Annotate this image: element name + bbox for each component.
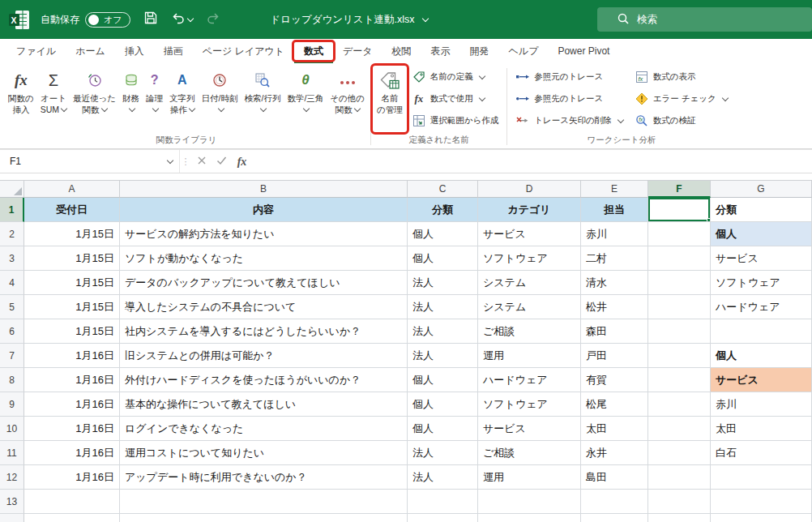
cell-B8[interactable]: 外付けハードディスクを使ったほうがいいのか？ — [120, 368, 408, 392]
cell-E3[interactable]: 二村 — [581, 246, 648, 271]
tab-help[interactable]: ヘルプ — [499, 39, 549, 63]
cell-B13[interactable] — [120, 490, 408, 514]
cell-E2[interactable]: 赤川 — [581, 222, 648, 246]
cell-A1[interactable]: 受付日 — [24, 198, 120, 222]
cell-C14[interactable] — [408, 514, 478, 522]
undo-button[interactable] — [171, 11, 193, 28]
tab-view[interactable]: 表示 — [421, 39, 460, 63]
column-header-C[interactable]: C — [408, 180, 478, 198]
cell-F10[interactable] — [648, 417, 711, 441]
column-header-D[interactable]: D — [478, 180, 581, 198]
cell-B11[interactable]: 運用コストについて知りたい — [120, 441, 408, 465]
trace-dependents-button[interactable]: 参照先のトレース — [510, 88, 628, 110]
column-header-B[interactable]: B — [120, 180, 408, 198]
cell-A2[interactable]: 1月15日 — [24, 222, 120, 246]
cell-A7[interactable]: 1月16日 — [24, 344, 120, 368]
cell-C2[interactable]: 個人 — [408, 222, 478, 246]
row-header-1[interactable]: 1 — [0, 198, 24, 222]
search-box[interactable]: 検索 — [597, 7, 812, 32]
trace-precedents-button[interactable]: 参照元のトレース — [510, 66, 628, 88]
insert-function-button[interactable]: fx関数の挿入 — [5, 65, 37, 133]
tab-page-layout[interactable]: ページ レイアウト — [193, 39, 294, 63]
cell-D11[interactable]: ご相談 — [478, 441, 581, 465]
cell-C6[interactable]: 法人 — [408, 319, 478, 344]
cell-G13[interactable] — [711, 490, 812, 514]
cell-D2[interactable]: サービス — [478, 222, 581, 246]
row-header-7[interactable]: 7 — [0, 344, 24, 368]
create-from-selection-button[interactable]: 選択範囲から作成 — [406, 110, 505, 132]
evaluate-formula-button[interactable]: fx数式の検証 — [629, 110, 733, 132]
cell-F2[interactable] — [648, 222, 711, 246]
cell-C8[interactable]: 個人 — [408, 368, 478, 392]
column-header-A[interactable]: A — [24, 180, 120, 198]
cell-E1[interactable]: 担当 — [581, 198, 648, 222]
tab-power-pivot[interactable]: Power Pivot — [548, 39, 619, 63]
cell-B12[interactable]: アップデート時に利用できないのか？ — [120, 465, 408, 490]
cell-F9[interactable] — [648, 392, 711, 417]
tab-data[interactable]: データ — [333, 39, 382, 63]
select-all-corner[interactable] — [0, 180, 24, 198]
cell-C9[interactable]: 個人 — [408, 392, 478, 417]
cell-A12[interactable]: 1月16日 — [24, 465, 120, 490]
row-header-14[interactable]: 14 — [0, 514, 24, 522]
name-box[interactable]: F1 — [0, 150, 180, 173]
row-header-2[interactable]: 2 — [0, 222, 24, 246]
cell-A3[interactable]: 1月15日 — [24, 246, 120, 271]
column-header-G[interactable]: G — [711, 180, 812, 198]
recent-functions-button[interactable]: 最近使った関数 — [70, 65, 119, 133]
cell-E13[interactable] — [581, 490, 648, 514]
cell-C1[interactable]: 分類 — [408, 198, 478, 222]
cell-F8[interactable] — [648, 368, 711, 392]
cell-D5[interactable]: システム — [478, 295, 581, 319]
lookup-reference-button[interactable]: 検索/行列 — [241, 65, 284, 133]
row-header-10[interactable]: 10 — [0, 417, 24, 441]
cell-D3[interactable]: ソフトウェア — [478, 246, 581, 271]
cell-G1[interactable]: 分類 — [711, 198, 812, 222]
text-functions-button[interactable]: A文字列操作 — [166, 65, 199, 133]
cell-A4[interactable]: 1月15日 — [24, 271, 120, 295]
cell-C11[interactable]: 法人 — [408, 441, 478, 465]
cell-B5[interactable]: 導入したシステムの不具合について — [120, 295, 408, 319]
cell-C3[interactable]: 個人 — [408, 246, 478, 271]
cell-F12[interactable] — [648, 465, 711, 490]
cell-F1[interactable] — [648, 198, 711, 222]
cell-F11[interactable] — [648, 441, 711, 465]
cell-D8[interactable]: ハードウェア — [478, 368, 581, 392]
row-header-12[interactable]: 12 — [0, 465, 24, 490]
tab-review[interactable]: 校閲 — [382, 39, 421, 63]
cell-E9[interactable]: 松尾 — [581, 392, 648, 417]
name-manager-button[interactable]: 名前 の管理 — [374, 65, 406, 133]
cell-D14[interactable] — [478, 514, 581, 522]
remove-arrows-button[interactable]: トレース矢印の削除 — [510, 110, 628, 132]
formula-input[interactable] — [252, 150, 812, 173]
formula-bar-handle[interactable]: ⋮ — [180, 150, 191, 173]
cell-F5[interactable] — [648, 295, 711, 319]
column-header-F[interactable]: F — [648, 180, 711, 198]
cell-C5[interactable]: 法人 — [408, 295, 478, 319]
cell-D4[interactable]: システム — [478, 271, 581, 295]
cell-A11[interactable]: 1月16日 — [24, 441, 120, 465]
cell-G3[interactable]: サービス — [711, 246, 812, 271]
date-time-button[interactable]: 日付/時刻 — [199, 65, 241, 133]
row-header-6[interactable]: 6 — [0, 319, 24, 344]
cell-B6[interactable]: 社内システムを導入するにはどうしたらいいか？ — [120, 319, 408, 344]
tab-developer[interactable]: 開発 — [460, 39, 499, 63]
cell-E14[interactable] — [581, 514, 648, 522]
cell-A5[interactable]: 1月15日 — [24, 295, 120, 319]
cell-D6[interactable]: ご相談 — [478, 319, 581, 344]
cell-B3[interactable]: ソフトが動かなくなった — [120, 246, 408, 271]
insert-function-fx-button[interactable]: fx — [232, 150, 252, 173]
row-header-8[interactable]: 8 — [0, 368, 24, 392]
row-header-11[interactable]: 11 — [0, 441, 24, 465]
cell-C4[interactable]: 法人 — [408, 271, 478, 295]
cell-E6[interactable]: 森田 — [581, 319, 648, 344]
fill-handle[interactable] — [707, 218, 711, 222]
tab-home[interactable]: ホーム — [66, 39, 115, 63]
cell-C10[interactable]: 個人 — [408, 417, 478, 441]
tab-insert[interactable]: 挿入 — [115, 39, 154, 63]
cell-A8[interactable]: 1月16日 — [24, 368, 120, 392]
cell-C13[interactable] — [408, 490, 478, 514]
tab-draw[interactable]: 描画 — [154, 39, 193, 63]
autosave-toggle[interactable]: 自動保存 オフ — [41, 12, 130, 28]
math-trig-button[interactable]: θ数学/三角 — [284, 65, 327, 133]
